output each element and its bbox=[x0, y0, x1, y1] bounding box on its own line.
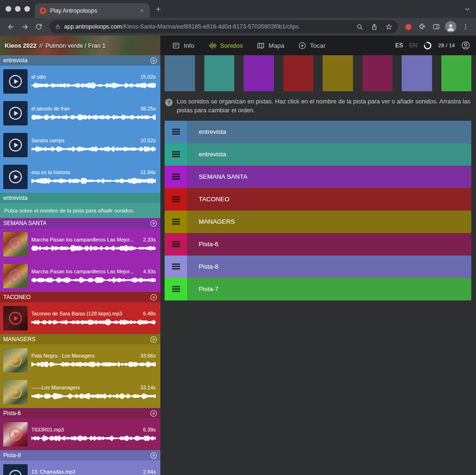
clip-thumbnail[interactable] bbox=[3, 464, 28, 475]
clip-play-icon[interactable] bbox=[8, 237, 22, 251]
clip[interactable]: T633R01.mp36.39s bbox=[0, 418, 160, 450]
clip[interactable]: Taconeo de Sara Baras (128 kbps).mp36.48… bbox=[0, 302, 160, 334]
clip[interactable]: 13. Charradas.mp32.64s bbox=[0, 460, 160, 475]
track-header[interactable]: SEMANA SANTA bbox=[0, 218, 160, 228]
lang-es-toggle[interactable]: ES bbox=[395, 42, 403, 49]
track-row[interactable]: Pista-7 bbox=[165, 278, 471, 300]
side-panel-icon[interactable] bbox=[429, 20, 443, 34]
track-row[interactable]: Pista-8 bbox=[165, 256, 471, 278]
tab-search-chevron-icon[interactable] bbox=[464, 6, 470, 12]
clip[interactable]: el abuelo de fran38.25s bbox=[0, 97, 160, 129]
clip-thumbnail[interactable] bbox=[3, 264, 28, 288]
clip[interactable]: Sandra camps10.52s bbox=[0, 129, 160, 161]
waveform bbox=[31, 435, 156, 442]
clip[interactable]: esa es la historia31.94s bbox=[0, 161, 160, 193]
track-row[interactable]: entrevista bbox=[165, 121, 471, 143]
clip[interactable]: ------Los Mananagers33.14s bbox=[0, 376, 160, 408]
clip-name: el abuelo de fran bbox=[31, 106, 70, 111]
clip[interactable]: el sitio15.02s bbox=[0, 66, 160, 97]
track-play-icon[interactable] bbox=[150, 294, 157, 301]
track-header[interactable]: Pista-8 bbox=[0, 450, 160, 460]
drag-handle[interactable] bbox=[165, 256, 187, 278]
address-bar[interactable]: app.antropoloops.com/Kleos-Santa-Marina/… bbox=[50, 20, 398, 33]
tab-sonidos[interactable]: Sonidos bbox=[202, 36, 250, 55]
clip-thumbnail[interactable] bbox=[3, 101, 28, 125]
track-name: entrevista bbox=[3, 195, 28, 201]
lock-icon[interactable] bbox=[55, 24, 60, 29]
tab-mapa[interactable]: Mapa bbox=[250, 36, 291, 55]
clip-play-icon[interactable] bbox=[8, 353, 22, 367]
track-row-label: entrevista bbox=[187, 121, 226, 143]
clip-play-icon[interactable] bbox=[8, 269, 22, 283]
clip-play-icon[interactable] bbox=[8, 311, 22, 325]
drag-handle[interactable] bbox=[165, 121, 187, 143]
reload-icon[interactable] bbox=[32, 20, 46, 34]
clip-play-icon[interactable] bbox=[8, 469, 22, 475]
project-banner[interactable]: Kleos 2022 // Pulmón verde / Fran 1 bbox=[0, 36, 160, 55]
clip-thumbnail[interactable] bbox=[3, 348, 28, 373]
tab-title: Play Antropoloops bbox=[50, 7, 134, 14]
extensions-puzzle-icon[interactable] bbox=[415, 20, 429, 34]
clip-play-icon[interactable] bbox=[8, 74, 22, 88]
browser-tab[interactable]: Play Antropoloops bbox=[35, 3, 150, 18]
clip-thumbnail[interactable] bbox=[3, 165, 28, 189]
share-icon[interactable] bbox=[371, 23, 378, 30]
clip-thumbnail[interactable] bbox=[3, 380, 28, 404]
drag-handle[interactable] bbox=[165, 211, 187, 233]
track-row[interactable]: SEMANA SANTA bbox=[165, 166, 471, 188]
clip-play-icon[interactable] bbox=[8, 138, 22, 152]
track-header[interactable]: TACONEO bbox=[0, 292, 160, 302]
drag-handle[interactable] bbox=[165, 143, 187, 166]
track-play-icon[interactable] bbox=[150, 336, 157, 343]
clip-thumbnail[interactable] bbox=[3, 133, 28, 157]
track-header[interactable]: entrevista bbox=[0, 55, 160, 66]
clip[interactable]: Marcha Pasan los campanilleros Las Mejor… bbox=[0, 228, 160, 260]
clip[interactable]: Marcha Pasan los campanilleros Las Mejor… bbox=[0, 260, 160, 292]
track-play-icon[interactable] bbox=[150, 452, 157, 459]
clip-play-icon[interactable] bbox=[8, 427, 22, 441]
clip-play-icon[interactable] bbox=[8, 106, 22, 120]
close-window-button[interactable] bbox=[6, 6, 11, 12]
track-header[interactable]: MANAGERS bbox=[0, 334, 160, 344]
clip-thumbnail[interactable] bbox=[3, 422, 28, 446]
drag-handle[interactable] bbox=[165, 278, 187, 300]
header-right-controls: ES EN 28 / 14 bbox=[395, 36, 476, 55]
track-row[interactable]: entrevista bbox=[165, 143, 471, 166]
track-row[interactable]: Pista-6 bbox=[165, 233, 471, 256]
tab-tocar[interactable]: Tocar bbox=[291, 36, 332, 55]
drag-handle[interactable] bbox=[165, 233, 187, 256]
new-tab-button[interactable] bbox=[151, 2, 165, 15]
lang-en-toggle[interactable]: EN bbox=[409, 42, 417, 49]
zoom-window-button[interactable] bbox=[24, 6, 30, 12]
track-row[interactable]: TACONEO bbox=[165, 188, 471, 211]
profile-avatar[interactable] bbox=[445, 21, 456, 32]
track-color-swatch bbox=[283, 55, 314, 91]
account-icon[interactable] bbox=[461, 41, 470, 50]
clip[interactable]: Pata Negra - Los Managers33.66s bbox=[0, 344, 160, 376]
clip-thumbnail[interactable] bbox=[3, 69, 28, 94]
clip-thumbnail[interactable] bbox=[3, 306, 28, 330]
drag-handle[interactable] bbox=[165, 166, 187, 188]
minimize-window-button[interactable] bbox=[15, 6, 21, 12]
clip-play-icon[interactable] bbox=[8, 170, 22, 184]
track-row[interactable]: MANAGERS bbox=[165, 211, 471, 233]
tab-info[interactable]: Info bbox=[165, 36, 202, 55]
clip-body: Taconeo de Sara Baras (128 kbps).mp36.48… bbox=[31, 311, 156, 326]
track-header[interactable]: Pista-6 bbox=[0, 408, 160, 418]
bookmark-star-icon[interactable] bbox=[385, 23, 392, 30]
clip-play-icon[interactable] bbox=[8, 385, 22, 399]
tab-close-icon[interactable] bbox=[137, 7, 146, 15]
track-play-icon[interactable] bbox=[150, 57, 157, 64]
track-play-icon[interactable] bbox=[150, 410, 157, 417]
clip-thumbnail[interactable] bbox=[3, 232, 28, 256]
zoom-search-icon[interactable] bbox=[356, 23, 363, 30]
forward-icon[interactable] bbox=[18, 20, 32, 34]
browser-menu-kebab-icon[interactable] bbox=[458, 20, 472, 34]
track-header[interactable]: entrevista bbox=[0, 193, 160, 203]
drag-handle[interactable] bbox=[165, 188, 187, 211]
track-color-swatches bbox=[165, 55, 471, 91]
track-name: SEMANA SANTA bbox=[3, 220, 46, 227]
back-icon[interactable] bbox=[4, 20, 18, 34]
track-play-icon[interactable] bbox=[150, 220, 157, 227]
recording-extension-icon[interactable] bbox=[405, 24, 411, 30]
